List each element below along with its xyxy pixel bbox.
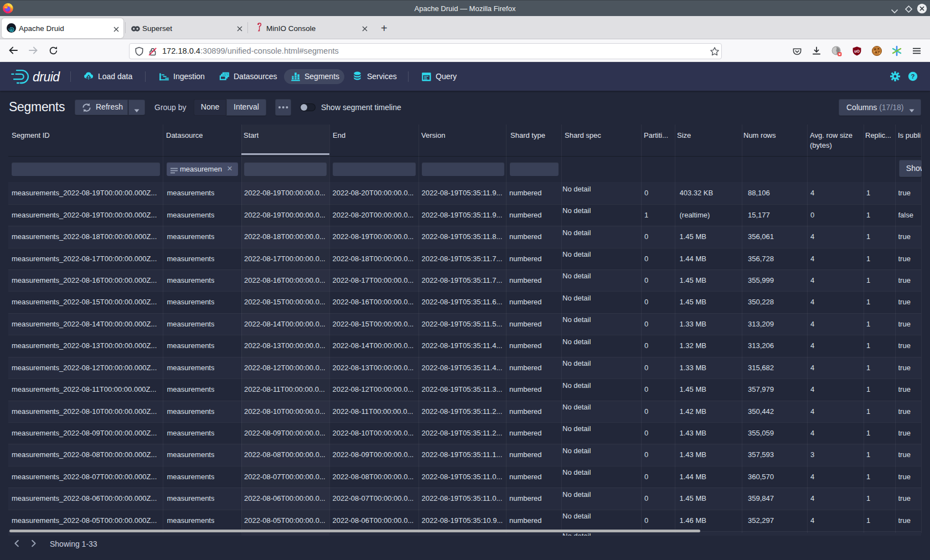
svg-text:uO: uO	[854, 49, 860, 53]
svg-text:?: ?	[911, 73, 914, 80]
